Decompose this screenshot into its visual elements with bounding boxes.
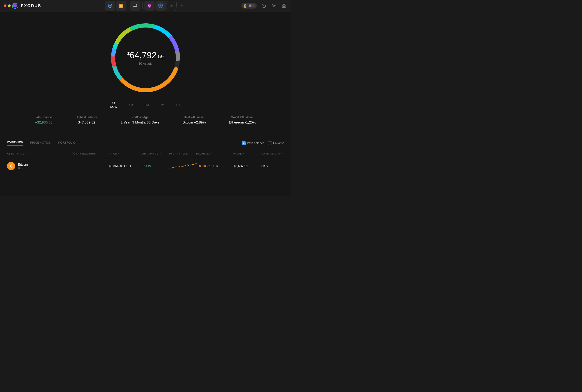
table-row[interactable]: ₿ Bitcoin BTC $9,364.48 USD +7.14% 0.602… [7,157,284,175]
tab-portfolio[interactable]: PORTFOLIO [58,141,76,145]
btc-trend [169,161,196,171]
titlebar: EXODUS $ [0,0,291,12]
nav-right-controls: 🔒 [241,2,287,9]
logo: EXODUS [12,2,41,9]
sort-icon-value: ⇅ [243,152,245,155]
timeline-1m[interactable]: 1M [129,104,133,107]
exchange-icon: $ [119,3,124,8]
asset-name-text-group: Bitcoin BTC [18,162,28,170]
svg-text:+: + [160,5,161,7]
tab-price-action[interactable]: PRICE ACTION [30,141,51,145]
donut-chart: $64,792.59 10 Assets [106,18,185,97]
tab-protect[interactable]: + [156,1,166,11]
tab-add[interactable]: + [166,1,177,11]
btc-change: +7.14% [141,164,169,168]
svg-point-15 [150,5,150,6]
filter-group: ✓ With balance Favorite [242,141,284,145]
stat-age-value: 2 Year, 3 Month, 30 Days [121,120,160,124]
timeline-now-label: NOW [110,105,118,108]
companion-icon [147,3,152,8]
tab-exchange[interactable]: $ [116,1,126,11]
btc-balance: 0.60205315 BTC [196,164,234,168]
close-button[interactable] [4,4,6,7]
portfolio-amount: $64,792.59 [128,50,164,60]
stat-worst-asset: Worst 24H Asset Ethereum -1,25% [229,116,256,124]
favorite-label: Favorite [273,141,284,145]
plus-icon: + [180,3,184,9]
history-icon[interactable] [260,2,267,9]
timeline-all[interactable]: ALL [176,104,181,107]
stat-highest-label: Highest Balance [76,116,98,119]
assets-count: 10 Assets [128,62,164,66]
currency-symbol: $ [128,51,130,56]
sort-icon-apy: ⇅ [97,152,99,155]
grid-icon[interactable] [281,2,287,9]
timeline-dot [112,102,115,104]
minimize-button[interactable] [8,4,11,7]
th-value[interactable]: VALUE ⇅ [233,152,261,155]
svg-point-14 [148,5,149,6]
svg-rect-20 [284,4,286,5]
th-balance[interactable]: BALANCE ⇅ [196,152,233,155]
th-30day-trend: 30 DAY TREND [169,152,196,155]
tab-portfolio[interactable] [105,1,115,11]
stat-highest-balance: Highest Balance $47,839.82 [76,116,98,124]
sort-icon-asset: ⇅ [26,152,28,155]
btc-sparkline [169,161,196,170]
nav-add-button[interactable]: + [178,2,186,10]
settings-icon[interactable] [271,2,277,9]
th-portfolio-pct[interactable]: PORTFOLIO % ⇅ [261,152,284,155]
btc-name: Bitcoin [18,162,28,166]
th-apy[interactable]: ? APY REWARDS ⇅ [72,152,109,155]
lock-icon: 🔒 [243,4,247,8]
nav-separator-1 [128,2,128,9]
btc-value: $5,637.91 [234,164,262,168]
stat-best-value: Bitcoin +2.89% [182,120,206,124]
th-24h-change[interactable]: 24H CHANGE ⇅ [141,152,169,155]
filter-favorite[interactable]: Favorite [268,141,284,145]
sort-icon-balance: ⇅ [210,152,212,155]
favorite-checkbox[interactable] [268,141,272,145]
asset-name-cell: ₿ Bitcoin BTC [7,162,72,170]
stats-row: 24h Change +$2,930.03 Highest Balance $4… [0,108,291,131]
stat-best-label: Best 24H Asset [182,116,206,119]
portfolio-total: $64,792.59 10 Assets [128,50,164,66]
timeline-now[interactable]: NOW [110,102,118,108]
btc-price: $9,364.48 USD [109,164,141,168]
stat-24h-value: +$2,930.03 [35,120,52,124]
filter-with-balance[interactable]: ✓ With balance [242,141,264,145]
tab-companion[interactable] [144,1,154,11]
table-section: OVERVIEW PRICE ACTION PORTFOLIO ✓ With b… [0,136,291,180]
sort-icon-price: ⇅ [118,152,120,155]
btc-portfolio-pct: 33% [262,164,284,168]
timeline-1y[interactable]: 1Y [160,104,164,107]
svg-point-13 [148,4,151,8]
tab-overview[interactable]: OVERVIEW [7,140,23,146]
timeline: NOW 1M 6M 1Y ALL [110,102,181,108]
exodus-logo-icon [12,2,18,9]
apy-help-icon[interactable]: ? [72,152,75,155]
add-icon: + [170,3,173,8]
stat-portfolio-age: Portfolio Age 2 Year, 3 Month, 30 Days [121,116,160,124]
stat-worst-label: Worst 24H Asset [229,116,256,119]
portfolio-icon [108,3,113,8]
btc-icon: ₿ [7,162,15,170]
svg-rect-22 [284,6,286,8]
sort-icon-change: ⇅ [160,152,162,155]
th-asset-name[interactable]: ASSET NAME ⇅ [7,152,72,155]
stat-24h-label: 24h Change [35,116,52,119]
timeline-6m[interactable]: 6M [144,104,149,107]
with-balance-checkbox[interactable]: ✓ [242,141,246,145]
stat-age-label: Portfolio Age [121,116,160,119]
th-price[interactable]: PRICE ⇅ [109,152,141,155]
lock-toggle[interactable]: 🔒 [241,3,257,8]
main-content: $64,792.59 10 Assets NOW 1M 6M 1Y ALL 24… [0,12,291,196]
tab-transfer[interactable] [130,1,140,11]
with-balance-label: With balance [247,141,264,145]
stat-24h-change: 24h Change +$2,930.03 [35,116,52,124]
nav-separator-2 [142,2,142,9]
svg-point-18 [273,5,274,6]
sort-icon-portfolio: ⇅ [281,152,283,155]
table-tabs: OVERVIEW PRICE ACTION PORTFOLIO ✓ With b… [7,140,284,146]
table-header: ASSET NAME ⇅ ? APY REWARDS ⇅ PRICE ⇅ 24H… [7,150,284,157]
